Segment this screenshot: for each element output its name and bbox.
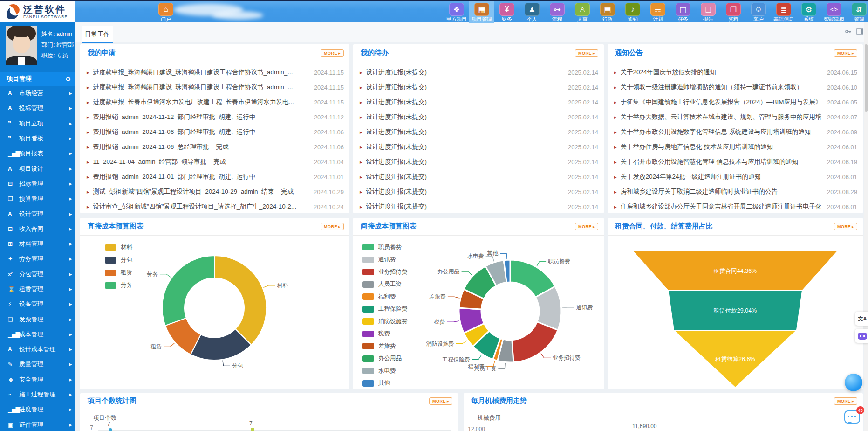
sidebar-item-证件管理[interactable]: ▣证件管理▶: [0, 417, 75, 431]
sidebar-item-收入合同[interactable]: ⊡收入合同▶: [0, 222, 75, 236]
sidebar-item-项目设计[interactable]: A项目设计▶: [0, 161, 75, 176]
sidebar-item-设备管理[interactable]: ⚡设备管理▶: [0, 297, 75, 312]
list-item[interactable]: ▸设计进度汇报(未提交)2025.02.14: [360, 154, 598, 169]
list-item[interactable]: ▸关于举办住房与房地产信息化 技术及应用培训班的通知2024.06.01: [614, 139, 857, 154]
list-item[interactable]: ▸测试_彭祖新城"四馆"景观工程设计项目_2024-10-29_admin_结束…: [87, 184, 344, 199]
sidebar-item-设计管理[interactable]: A设计管理▶: [0, 206, 75, 221]
tab-daily-work[interactable]: 日常工作: [82, 26, 113, 42]
sidebar-item-预算管理[interactable]: ❐预算管理▶: [0, 191, 75, 206]
sidebar-item-项目报表[interactable]: ▁▅▇项目报表▶: [0, 146, 75, 161]
nav-item-项目管理[interactable]: ▦项目管理: [469, 1, 494, 23]
legend-item-劳务[interactable]: 劳务: [105, 279, 132, 292]
legend-item-福利费[interactable]: 福利费: [362, 291, 408, 303]
list-item[interactable]: ▸费用报销_admin_2024-11-01_部门经理审批_胡建,_运行中202…: [87, 169, 344, 184]
list-item[interactable]: ▸设计审查_彭祖新城"四馆"景观工程设计项目_请选择_胡广生_2024-10-2…: [87, 199, 344, 214]
list-item[interactable]: ▸费用报销_admin_2024-11-12_部门经理审批_胡建,_运行中202…: [87, 110, 344, 125]
list-item[interactable]: ▸设计进度汇报(未提交)2025.02.14: [360, 110, 598, 125]
page-scrollbar[interactable]: [864, 22, 868, 431]
more-button[interactable]: MORE▸: [575, 223, 598, 230]
more-button[interactable]: MORE▸: [429, 397, 452, 405]
sidebar-item-招标管理[interactable]: ⊟招标管理▶: [0, 176, 75, 191]
list-item[interactable]: ▸住房和城乡建设部办公厅关于同意吉林省开展二级建造师注册证书电子化试点...20…: [614, 199, 857, 214]
sidebar-section-header[interactable]: 项目管理 ⚙: [0, 72, 75, 86]
legend-item-税费[interactable]: 税费: [362, 328, 408, 341]
nav-item-资料[interactable]: ❐资料: [721, 1, 746, 23]
list-item[interactable]: ▸费用报销_admin_2024-11-06_总经理审批__完成2024.11.…: [87, 139, 344, 154]
more-button[interactable]: MORE▸: [834, 397, 857, 405]
legend-item-租赁[interactable]: 租赁: [105, 266, 132, 279]
nav-item-智能建模[interactable]: </>智能建模: [821, 1, 847, 23]
sidebar-item-项目立项[interactable]: ❞项目立项▶: [0, 116, 75, 131]
donut-slice-材料[interactable]: [214, 256, 267, 345]
list-item[interactable]: ▸设计进度汇报(未提交)2025.02.14: [360, 80, 598, 95]
nav-item-管理[interactable]: ⇵管理: [847, 1, 868, 23]
gear-icon[interactable]: ⚙: [65, 76, 71, 83]
assistant-robot-button[interactable]: [855, 329, 868, 343]
nav-item-人事[interactable]: ♙人事: [570, 1, 595, 23]
legend-item-差旅费[interactable]: 差旅费: [362, 340, 408, 353]
list-item[interactable]: ▸进度款申报_珠海鹤港口建设_珠海鹤港口建设工程合作协议书_admin_...2…: [87, 65, 344, 80]
legend-item-通讯费[interactable]: 通讯费: [362, 254, 408, 266]
legend-item-水电费[interactable]: 水电费: [362, 365, 408, 377]
list-item[interactable]: ▸进度款申报_长春市伊通河水力发电厂改建工程_长春市伊通河水力发电...2024…: [87, 95, 344, 110]
sidebar-item-材料管理[interactable]: ⊞材料管理▶: [0, 236, 75, 251]
nav-item-客户[interactable]: ☺客户: [746, 1, 771, 23]
sidebar-item-劳务管理[interactable]: ✦劳务管理▶: [0, 251, 75, 266]
legend-item-其他[interactable]: 其他: [362, 377, 408, 390]
list-item[interactable]: ▸设计进度汇报(未提交)2025.02.14: [360, 65, 598, 80]
list-item[interactable]: ▸进度款申报_珠海鹤港口建设_珠海鹤港口建设工程合作协议书_admin_...2…: [87, 80, 344, 95]
nav-item-财务[interactable]: ¥财务: [494, 1, 519, 23]
help-bubble-button[interactable]: [845, 374, 862, 391]
list-item[interactable]: ▸关于领取一级注册建造师增项贴的通知（须持一建证书前来领取）2024.06.10: [614, 80, 857, 95]
sidebar-item-市场经营[interactable]: A市场经营▶: [0, 86, 75, 101]
list-item[interactable]: ▸设计进度汇报(未提交)2025.02.14: [360, 199, 598, 214]
data-point[interactable]: [109, 428, 112, 431]
sidebar-item-成本管理[interactable]: ▁▅▇成本管理▶: [0, 327, 75, 342]
list-item[interactable]: ▸关于召开市政公用设施智慧化管理 信息技术与应用培训班的通知2024.06.19: [614, 154, 857, 169]
sidebar-item-设计成本管理[interactable]: A设计成本管理▶: [0, 342, 75, 357]
sidebar-item-项目看板[interactable]: ❞项目看板▶: [0, 131, 75, 146]
legend-item-办公用品[interactable]: 办公用品: [362, 353, 408, 365]
nav-item-计划[interactable]: ⚎计划: [645, 1, 670, 23]
app-logo[interactable]: 泛普软件 FANPU SOFTWARE: [0, 1, 75, 22]
scrollbar-thumb[interactable]: [865, 44, 868, 112]
list-item[interactable]: ▸于征集《中国建筑施工行业信息化发展报告（2024）—BIM应用与发展》材料..…: [614, 95, 857, 110]
sidebar-item-租赁管理[interactable]: ⌛租赁管理▶: [0, 282, 75, 297]
more-button[interactable]: MORE▸: [575, 49, 598, 57]
legend-item-材料[interactable]: 材料: [105, 241, 132, 254]
sidebar-item-安全管理[interactable]: ☻安全管理▶: [0, 372, 75, 387]
more-button[interactable]: MORE▸: [834, 49, 857, 57]
nav-item-任务[interactable]: ◫任务: [670, 1, 696, 23]
list-item[interactable]: ▸房和城乡建设厅关于取消二级建造师临时执业证书的公告2023.08.29: [614, 184, 857, 199]
list-item[interactable]: ▸11_2024-11-04_admin_经营部_领导审批__完成2024.11…: [87, 154, 344, 169]
sidebar-item-发票管理[interactable]: ❏发票管理▶: [0, 312, 75, 327]
nav-item-系统[interactable]: ⚙系统: [796, 1, 821, 23]
more-button[interactable]: MORE▸: [321, 49, 344, 57]
list-item[interactable]: ▸设计进度汇报(未提交)2025.02.14: [360, 169, 598, 184]
donut-slice-业务招待费[interactable]: [512, 322, 558, 362]
nav-item-基础信息[interactable]: ≣基础信息: [771, 1, 796, 23]
list-item[interactable]: ▸关于2024年国庆节放假安排的通知2024.06.15: [614, 65, 857, 80]
nav-item-通知[interactable]: ♪通知: [620, 1, 645, 23]
data-point[interactable]: [251, 428, 254, 431]
list-item[interactable]: ▸设计进度汇报(未提交)2025.02.14: [360, 125, 598, 139]
legend-item-业务招待费[interactable]: 业务招待费: [362, 266, 408, 278]
legend-item-消防设施费[interactable]: 消防设施费: [362, 315, 408, 328]
nav-item-报告[interactable]: ❏报告: [696, 1, 721, 23]
legend-item-工程保险费[interactable]: 工程保险费: [362, 303, 408, 316]
list-item[interactable]: ▸设计进度汇报(未提交)2025.02.14: [360, 95, 598, 110]
list-item[interactable]: ▸关于举办大数据、云计算技术在城市建设、规划、管理与服务中的应用培训班...20…: [614, 110, 857, 125]
nav-item-甲方项目[interactable]: ❖甲方项目: [444, 1, 469, 23]
donut-slice-劳务[interactable]: [162, 256, 214, 326]
sidebar-item-分包管理[interactable]: x²分包管理▶: [0, 267, 75, 282]
nav-item-流程[interactable]: ⊶流程: [545, 1, 570, 23]
list-item[interactable]: ▸关于发放2024年第24批一级建造师注册证书的通知2024.06.01: [614, 169, 857, 184]
nav-item-个人[interactable]: ♟个人: [519, 1, 545, 23]
legend-item-职员餐费[interactable]: 职员餐费: [362, 241, 408, 254]
list-item[interactable]: ▸设计进度汇报(未提交)2025.02.14: [360, 139, 598, 154]
list-item[interactable]: ▸设计进度汇报(未提交)2025.02.14: [360, 184, 598, 199]
nav-item-行政[interactable]: ▤行政: [595, 1, 620, 23]
key-icon[interactable]: [845, 28, 852, 35]
legend-item-人员工资[interactable]: 人员工资: [362, 278, 408, 291]
more-button[interactable]: MORE▸: [321, 223, 344, 230]
